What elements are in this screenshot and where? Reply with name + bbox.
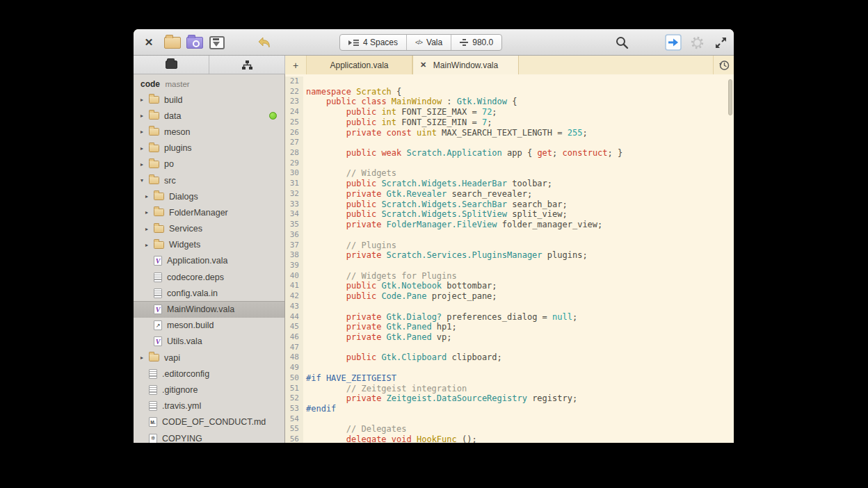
language-button[interactable]: </> Vala bbox=[407, 35, 451, 50]
tree-item-code-of-conduct-md[interactable]: CODE_OF_CONDUCT.md bbox=[134, 414, 284, 430]
code-line-49[interactable]: 49 bbox=[285, 363, 734, 373]
chevron-right-icon[interactable]: ▸ bbox=[145, 226, 154, 232]
save-button[interactable] bbox=[206, 29, 228, 56]
code-line-40[interactable]: 40 // Widgets for Plugins bbox=[285, 271, 734, 282]
code-line-39[interactable]: 39 bbox=[285, 261, 734, 271]
tab-mainwindow-vala[interactable]: ✕MainWindow.vala bbox=[412, 56, 519, 74]
chevron-right-icon[interactable]: ▸ bbox=[145, 209, 154, 215]
main-content: code master ▸build▸data▸meson▸plugins▸po… bbox=[134, 74, 734, 443]
chevron-right-icon[interactable]: ▸ bbox=[145, 193, 154, 200]
search-button[interactable] bbox=[611, 29, 632, 56]
undo-button[interactable] bbox=[253, 29, 275, 56]
line-content: public weak Scratch.Application app { ge… bbox=[303, 148, 622, 158]
tree-item-meson-build[interactable]: meson.build bbox=[134, 318, 284, 334]
indent-width-button[interactable]: 4 Spaces bbox=[340, 35, 407, 50]
chevron-right-icon[interactable]: ▸ bbox=[145, 242, 154, 248]
code-line-41[interactable]: 41 public Gtk.Notebook bottombar; bbox=[285, 281, 734, 291]
code-line-50[interactable]: 50#if HAVE_ZEITGEIST bbox=[285, 373, 734, 384]
tree-item-vapi[interactable]: ▸vapi bbox=[134, 350, 284, 366]
code-line-42[interactable]: 42 public Code.Pane project_pane; bbox=[285, 291, 734, 302]
code-line-30[interactable]: 30 // Widgets bbox=[285, 168, 734, 179]
editor-scrollbar-thumb[interactable] bbox=[728, 79, 732, 115]
code-line-33[interactable]: 33 public Scratch.Widgets.SearchBar sear… bbox=[285, 200, 734, 210]
fullscreen-button[interactable] bbox=[710, 29, 731, 56]
code-line-36[interactable]: 36 bbox=[285, 230, 734, 241]
code-line-26[interactable]: 26 private const uint MAX_SEARCH_TEXT_LE… bbox=[285, 128, 734, 138]
code-line-34[interactable]: 34 public Scratch.Widgets.SplitView spli… bbox=[285, 209, 734, 220]
code-line-24[interactable]: 24 public int FONT_SIZE_MAX = 72; bbox=[285, 107, 734, 117]
tree-item-widgets[interactable]: ▸Widgets bbox=[134, 237, 284, 253]
share-button[interactable] bbox=[663, 29, 684, 56]
tree-item-services[interactable]: ▸Services bbox=[134, 221, 284, 237]
line-content bbox=[303, 230, 306, 241]
code-line-48[interactable]: 48 public Gtk.Clipboard clipboard; bbox=[285, 352, 734, 363]
code-line-46[interactable]: 46 private Gtk.Paned vp; bbox=[285, 332, 734, 343]
tab-label: Application.vala bbox=[330, 60, 388, 70]
history-button[interactable] bbox=[713, 56, 734, 74]
tree-item-travis-yml[interactable]: .travis.yml bbox=[134, 398, 284, 414]
chevron-right-icon[interactable]: ▸ bbox=[140, 129, 149, 135]
code-line-38[interactable]: 38 private Scratch.Services.PluginsManag… bbox=[285, 250, 734, 261]
code-line-31[interactable]: 31 public Scratch.Widgets.HeaderBar tool… bbox=[285, 179, 734, 189]
tree-item-codecore-deps[interactable]: codecore.deps bbox=[134, 269, 284, 285]
code-line-35[interactable]: 35 private FolderManager.FileView folder… bbox=[285, 220, 734, 230]
tree-item-dialogs[interactable]: ▸Dialogs bbox=[134, 188, 284, 204]
code-line-53[interactable]: 53#endif bbox=[285, 404, 734, 414]
code-line-28[interactable]: 28 public weak Scratch.Application app {… bbox=[285, 148, 734, 158]
chevron-right-icon[interactable]: ▸ bbox=[140, 145, 149, 152]
goto-line-button[interactable]: 980.0 bbox=[451, 35, 501, 50]
code-line-47[interactable]: 47 bbox=[285, 343, 734, 353]
tree-item-gitignore[interactable]: .gitignore bbox=[134, 382, 284, 398]
files-panel-tab[interactable] bbox=[134, 56, 209, 74]
code-line-45[interactable]: 45 private Gtk.Paned hp1; bbox=[285, 322, 734, 332]
tree-item-application-vala[interactable]: Application.vala bbox=[134, 253, 284, 269]
code-line-27[interactable]: 27 bbox=[285, 138, 734, 148]
code-line-29[interactable]: 29 bbox=[285, 158, 734, 169]
line-content bbox=[303, 261, 306, 271]
code-line-55[interactable]: 55 // Delegates bbox=[285, 424, 734, 434]
chevron-down-icon[interactable]: ▾ bbox=[140, 177, 149, 184]
tree-item-po[interactable]: ▸po bbox=[134, 156, 284, 172]
tree-item-config-vala-in[interactable]: config.vala.in bbox=[134, 285, 284, 301]
tree-item-editorconfig[interactable]: .editorconfig bbox=[134, 366, 284, 382]
window-close-button[interactable]: ✕ bbox=[139, 29, 159, 56]
code-line-25[interactable]: 25 public int FONT_SIZE_MIN = 7; bbox=[285, 117, 734, 128]
chevron-right-icon[interactable]: ▸ bbox=[140, 355, 149, 361]
tree-item-src[interactable]: ▾src bbox=[134, 172, 284, 188]
new-tab-button[interactable]: + bbox=[285, 56, 306, 74]
project-branch: master bbox=[166, 80, 190, 88]
code-line-56[interactable]: 56 delegate void HookFunc (); bbox=[285, 434, 734, 443]
project-header[interactable]: code master bbox=[134, 74, 284, 92]
open-folder-button[interactable] bbox=[161, 29, 184, 56]
settings-button[interactable] bbox=[686, 29, 707, 56]
tree-item-plugins[interactable]: ▸plugins bbox=[134, 140, 284, 156]
code-editor[interactable]: 2122namespace Scratch {23 public class M… bbox=[285, 74, 734, 443]
code-line-23[interactable]: 23 public class MainWindow : Gtk.Window … bbox=[285, 97, 734, 107]
chevron-right-icon[interactable]: ▸ bbox=[140, 97, 149, 103]
code-line-43[interactable]: 43 bbox=[285, 302, 734, 312]
code-line-22[interactable]: 22namespace Scratch { bbox=[285, 87, 734, 97]
tree-item-mainwindow-vala[interactable]: MainWindow.vala bbox=[134, 301, 284, 317]
chevron-right-icon[interactable]: ▸ bbox=[140, 113, 149, 119]
tree-item-copying[interactable]: COPYING bbox=[134, 430, 284, 443]
chevron-right-icon[interactable]: ▸ bbox=[140, 161, 149, 168]
line-content: #if HAVE_ZEITGEIST bbox=[303, 373, 396, 384]
code-line-32[interactable]: 32 private Gtk.Revealer search_revealer; bbox=[285, 189, 734, 200]
tab-application-vala[interactable]: Application.vala bbox=[306, 56, 412, 74]
source-view[interactable]: 2122namespace Scratch {23 public class M… bbox=[285, 74, 734, 443]
tree-item-foldermanager[interactable]: ▸FolderManager bbox=[134, 204, 284, 220]
tree-item-build[interactable]: ▸build bbox=[134, 92, 284, 108]
code-line-54[interactable]: 54 bbox=[285, 414, 734, 425]
templates-button[interactable] bbox=[184, 29, 206, 56]
tree-item-meson[interactable]: ▸meson bbox=[134, 124, 284, 140]
code-line-37[interactable]: 37 // Plugins bbox=[285, 241, 734, 251]
code-line-21[interactable]: 21 bbox=[285, 76, 734, 87]
outline-panel-tab[interactable] bbox=[209, 56, 285, 74]
code-line-52[interactable]: 52 private Zeitgeist.DataSourceRegistry … bbox=[285, 393, 734, 404]
line-content: public Scratch.Widgets.SplitView split_v… bbox=[303, 209, 568, 220]
code-line-44[interactable]: 44 private Gtk.Dialog? preferences_dialo… bbox=[285, 312, 734, 323]
tree-item-utils-vala[interactable]: Utils.vala bbox=[134, 334, 284, 350]
code-line-51[interactable]: 51 // Zeitgeist integration bbox=[285, 384, 734, 394]
tab-close-icon[interactable]: ✕ bbox=[420, 60, 426, 70]
tree-item-data[interactable]: ▸data bbox=[134, 108, 284, 124]
